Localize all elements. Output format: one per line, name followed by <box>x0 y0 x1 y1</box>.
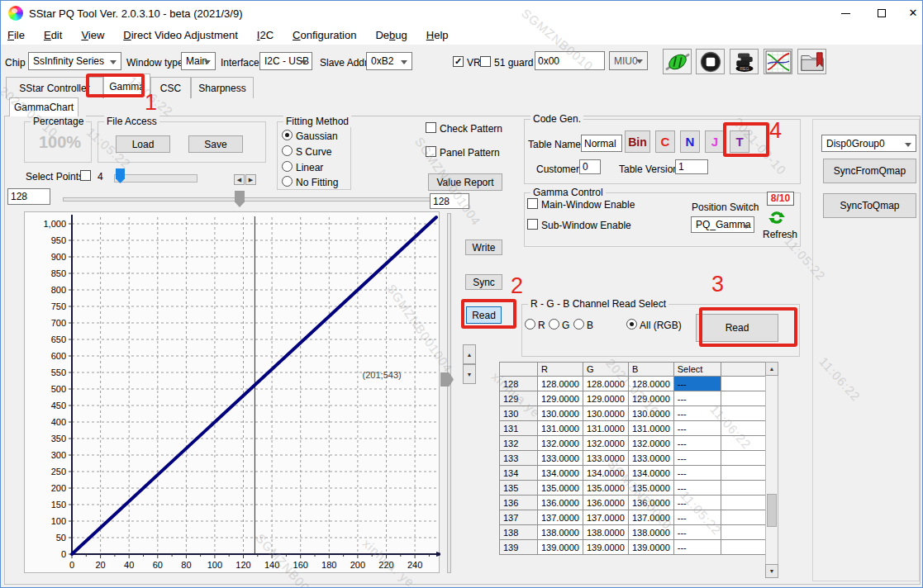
cell-g[interactable]: 134.0000 <box>583 466 628 481</box>
tab-sharpness[interactable]: Sharpness <box>191 77 254 98</box>
cell-b[interactable]: 128.0000 <box>628 377 673 391</box>
cell-g[interactable]: 132.0000 <box>583 436 628 451</box>
spin-up-button[interactable]: ▲ <box>463 344 476 364</box>
cell-r[interactable]: 132.0000 <box>538 436 583 451</box>
cell-select[interactable]: --- <box>673 436 721 451</box>
row-header[interactable]: 130 <box>500 406 538 421</box>
radio-g[interactable] <box>549 319 559 330</box>
miu-dropdown[interactable]: MIU0 <box>609 51 648 70</box>
sync-to-qmap-button[interactable]: SyncToQmap <box>823 193 916 218</box>
cell-b[interactable]: 139.0000 <box>628 540 673 555</box>
gamma-table-grid[interactable]: RGBSelect 128128.0000128.0000128.0000---… <box>499 362 770 555</box>
slave-addr-dropdown[interactable]: 0xB2 <box>366 52 412 70</box>
cell-extra[interactable] <box>721 481 769 496</box>
row-header[interactable]: 131 <box>500 421 538 436</box>
cell-select[interactable]: --- <box>673 481 721 496</box>
customer-id-input[interactable] <box>579 159 601 174</box>
position-switch-dropdown[interactable]: PQ_Gamma <box>691 216 754 233</box>
rgb-read-button[interactable]: Read <box>696 314 778 342</box>
menu-i2c[interactable]: I2C <box>257 29 274 41</box>
read-button[interactable]: Read <box>466 306 502 324</box>
curves-chart-icon-button[interactable] <box>764 49 792 74</box>
cell-b[interactable]: 130.0000 <box>628 406 673 421</box>
sub-window-enable-checkbox[interactable] <box>527 219 538 230</box>
j-button[interactable]: J <box>705 130 725 153</box>
cell-r[interactable]: 130.0000 <box>538 406 583 421</box>
guard51-checkbox[interactable] <box>480 56 491 67</box>
panel-pattern-checkbox[interactable] <box>426 146 436 157</box>
radio-s-curve[interactable] <box>282 145 293 156</box>
gamma-chart[interactable]: 0501001502002503003504004505005506006507… <box>24 211 440 573</box>
close-button[interactable]: ✕ <box>900 4 923 22</box>
guard-value-input[interactable] <box>535 51 605 70</box>
n-button[interactable]: N <box>680 130 700 153</box>
table-scroll-up-button[interactable]: ▲ <box>765 362 778 376</box>
cell-select[interactable]: --- <box>673 406 721 421</box>
cell-b[interactable]: 132.0000 <box>628 436 673 451</box>
cell-extra[interactable] <box>721 510 769 525</box>
cell-b[interactable]: 137.0000 <box>628 510 673 525</box>
cell-r[interactable]: 131.0000 <box>538 421 583 436</box>
write-button[interactable]: Write <box>465 239 502 255</box>
row-header[interactable]: 134 <box>500 466 538 481</box>
cell-b[interactable]: 133.0000 <box>628 451 673 466</box>
table-name-input[interactable] <box>581 135 622 152</box>
cell-g[interactable]: 129.0000 <box>583 391 628 406</box>
cell-select[interactable]: --- <box>673 496 721 510</box>
tab-gamma[interactable]: Gamma <box>103 74 150 98</box>
vr-checkbox[interactable] <box>453 56 464 67</box>
t-button[interactable]: T <box>730 130 749 153</box>
stop-icon-button[interactable] <box>696 49 725 74</box>
menu-edit[interactable]: Edit <box>44 29 62 41</box>
cell-extra[interactable] <box>721 540 769 555</box>
cell-extra[interactable] <box>721 421 769 436</box>
menu-help[interactable]: Help <box>426 29 449 41</box>
row-header[interactable]: 132 <box>500 436 538 451</box>
cell-extra[interactable] <box>721 466 769 481</box>
tab-csc[interactable]: CSC <box>150 77 191 98</box>
cell-r[interactable]: 135.0000 <box>538 481 583 496</box>
cell-select[interactable]: --- <box>673 510 721 525</box>
maximize-button[interactable] <box>868 4 895 22</box>
row-header[interactable]: 136 <box>500 496 538 510</box>
chart-vertical-slider-track[interactable] <box>447 213 451 573</box>
cell-select[interactable]: --- <box>673 466 721 481</box>
row-header[interactable]: 135 <box>500 481 538 496</box>
row-header[interactable]: 139 <box>500 540 538 555</box>
cell-g[interactable]: 136.0000 <box>583 496 628 510</box>
cell-r[interactable]: 128.0000 <box>538 377 583 391</box>
cell-select[interactable]: --- <box>673 525 721 540</box>
cell-extra[interactable] <box>721 436 769 451</box>
cell-g[interactable]: 130.0000 <box>583 406 628 421</box>
value-report-button[interactable]: Value Report <box>428 173 502 191</box>
minimize-button[interactable] <box>832 4 859 22</box>
select-points-slider-track[interactable] <box>114 174 197 183</box>
cell-extra[interactable] <box>721 451 769 466</box>
cell-g[interactable]: 128.0000 <box>583 377 628 391</box>
cell-g[interactable]: 131.0000 <box>583 421 628 436</box>
cell-r[interactable]: 133.0000 <box>538 451 583 466</box>
menu-direct-video-adjustment[interactable]: Direct Video Adjustment <box>123 29 238 41</box>
table-version-input[interactable] <box>675 159 708 174</box>
chip-dropdown[interactable]: SsInfinity Series <box>28 52 121 70</box>
disp-group-dropdown[interactable]: Disp0Group0 <box>821 135 916 152</box>
cell-b[interactable]: 135.0000 <box>628 481 673 496</box>
column-header-blank[interactable] <box>500 363 538 377</box>
menu-file[interactable]: File <box>7 29 25 41</box>
sync-from-qmap-button[interactable]: SyncFromQmap <box>823 159 916 183</box>
row-header[interactable]: 137 <box>500 510 538 525</box>
cell-r[interactable]: 139.0000 <box>538 540 583 555</box>
check-pattern-checkbox[interactable] <box>426 122 436 133</box>
spin-left-button[interactable]: ◀ <box>234 174 245 185</box>
column-header-select[interactable]: Select <box>673 363 721 377</box>
menu-configuration[interactable]: Configuration <box>293 29 356 41</box>
cell-g[interactable]: 138.0000 <box>583 525 628 540</box>
cell-r[interactable]: 137.0000 <box>538 510 583 525</box>
radio-no-fitting[interactable] <box>282 176 293 187</box>
cell-select[interactable]: --- <box>673 377 721 391</box>
cell-b[interactable]: 134.0000 <box>628 466 673 481</box>
column-header-b[interactable]: B <box>628 363 673 377</box>
spin-down-button[interactable]: ▼ <box>463 364 476 384</box>
cell-extra[interactable] <box>721 406 769 421</box>
cell-b[interactable]: 136.0000 <box>628 496 673 510</box>
